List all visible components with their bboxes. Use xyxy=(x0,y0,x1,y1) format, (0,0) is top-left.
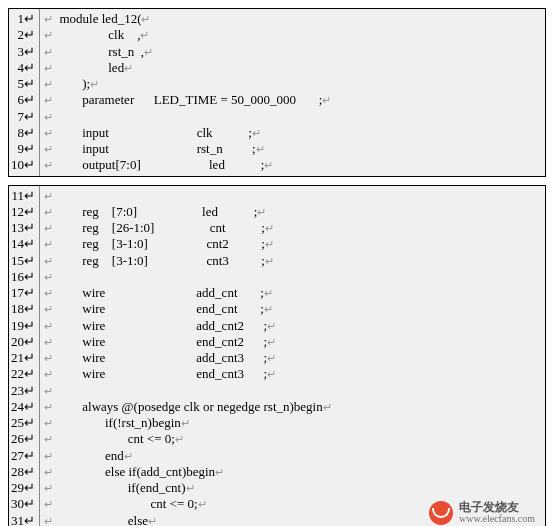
elecfans-logo-icon xyxy=(429,501,453,525)
code-line: ↵ );↵ xyxy=(44,76,545,92)
line-number: 11↵ xyxy=(11,188,35,204)
code-line: ↵ wire add_cnt3 ;↵ xyxy=(44,350,545,366)
code-line: ↵ reg [26-1:0] cnt ;↵ xyxy=(44,220,545,236)
line-number: 1↵ xyxy=(11,11,35,27)
line-number: 24↵ xyxy=(11,399,35,415)
line-number: 19↵ xyxy=(11,318,35,334)
line-number: 15↵ xyxy=(11,253,35,269)
code-line: ↵ wire end_cnt ;↵ xyxy=(44,301,545,317)
code-line: ↵ reg [3-1:0] cnt3 ;↵ xyxy=(44,253,545,269)
line-number: 22↵ xyxy=(11,366,35,382)
line-number: 17↵ xyxy=(11,285,35,301)
line-number: 10↵ xyxy=(11,157,35,173)
watermark-text: 电子发烧友 www.elecfans.com xyxy=(459,501,535,524)
code-content: ↵ module led_12(↵↵ clk ,↵↵ rst_n ,↵↵ led… xyxy=(40,9,545,176)
line-number: 8↵ xyxy=(11,125,35,141)
code-line: ↵ wire add_cnt ;↵ xyxy=(44,285,545,301)
code-line: ↵ if(!rst_n)begin↵ xyxy=(44,415,545,431)
line-number: 13↵ xyxy=(11,220,35,236)
line-number: 28↵ xyxy=(11,464,35,480)
line-number: 16↵ xyxy=(11,269,35,285)
line-number-gutter: 1↵ 2↵ 3↵ 4↵ 5↵ 6↵ 7↵ 8↵ 9↵10↵ xyxy=(9,9,40,176)
code-line: ↵ xyxy=(44,269,545,285)
code-line: ↵ clk ,↵ xyxy=(44,27,545,43)
line-number: 21↵ xyxy=(11,350,35,366)
code-line: ↵ reg [3-1:0] cnt2 ;↵ xyxy=(44,236,545,252)
line-number: 25↵ xyxy=(11,415,35,431)
watermark-url: www.elecfans.com xyxy=(459,514,535,525)
code-line: ↵ xyxy=(44,109,545,125)
code-line: ↵ xyxy=(44,383,545,399)
line-number: 12↵ xyxy=(11,204,35,220)
code-line: ↵ module led_12(↵ xyxy=(44,11,545,27)
line-number: 20↵ xyxy=(11,334,35,350)
watermark-cn: 电子发烧友 xyxy=(459,501,535,514)
code-block-2: 11↵12↵13↵14↵15↵16↵17↵18↵19↵20↵21↵22↵23↵2… xyxy=(8,185,546,527)
code-line: ↵ led↵ xyxy=(44,60,545,76)
code-line: ↵ end↵ xyxy=(44,448,545,464)
code-line: ↵ reg [7:0] led ;↵ xyxy=(44,204,545,220)
line-number: 3↵ xyxy=(11,44,35,60)
line-number: 31↵ xyxy=(11,513,35,527)
code-line: ↵ parameter LED_TIME = 50_000_000 ;↵ xyxy=(44,92,545,108)
code-line: ↵ cnt <= 0;↵ xyxy=(44,431,545,447)
code-line: ↵ xyxy=(44,188,545,204)
line-number: 6↵ xyxy=(11,92,35,108)
watermark: 电子发烧友 www.elecfans.com xyxy=(429,501,535,525)
line-number: 30↵ xyxy=(11,496,35,512)
line-number: 18↵ xyxy=(11,301,35,317)
code-line: ↵ wire add_cnt2 ;↵ xyxy=(44,318,545,334)
line-number: 7↵ xyxy=(11,109,35,125)
line-number: 4↵ xyxy=(11,60,35,76)
line-number: 27↵ xyxy=(11,448,35,464)
code-line: ↵ output[7:0] led ;↵ xyxy=(44,157,545,173)
line-number: 14↵ xyxy=(11,236,35,252)
line-number: 29↵ xyxy=(11,480,35,496)
code-line: ↵ wire end_cnt3 ;↵ xyxy=(44,366,545,382)
code-line: ↵ rst_n ,↵ xyxy=(44,44,545,60)
line-number: 2↵ xyxy=(11,27,35,43)
code-block-1: 1↵ 2↵ 3↵ 4↵ 5↵ 6↵ 7↵ 8↵ 9↵10↵ ↵ module l… xyxy=(8,8,546,177)
line-number: 23↵ xyxy=(11,383,35,399)
code-line: ↵ else if(add_cnt)begin↵ xyxy=(44,464,545,480)
code-content: ↵↵ reg [7:0] led ;↵↵ reg [26-1:0] cnt ;↵… xyxy=(40,186,545,527)
code-line: ↵ input clk ;↵ xyxy=(44,125,545,141)
code-line: ↵ wire end_cnt2 ;↵ xyxy=(44,334,545,350)
line-number: 26↵ xyxy=(11,431,35,447)
code-line: ↵ if(end_cnt)↵ xyxy=(44,480,545,496)
code-line: ↵ always @(posedge clk or negedge rst_n)… xyxy=(44,399,545,415)
line-number-gutter: 11↵12↵13↵14↵15↵16↵17↵18↵19↵20↵21↵22↵23↵2… xyxy=(9,186,40,527)
line-number: 9↵ xyxy=(11,141,35,157)
line-number: 5↵ xyxy=(11,76,35,92)
code-line: ↵ input rst_n ;↵ xyxy=(44,141,545,157)
